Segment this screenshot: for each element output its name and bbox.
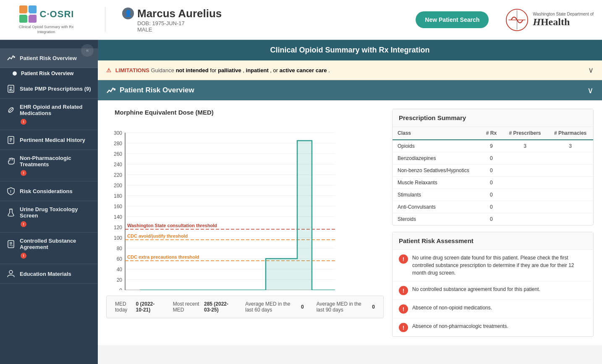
sidebar-sub-patient-risk-overview[interactable]: Patient Risk Overview — [0, 68, 98, 79]
svg-text:CDC avoid/justify threshold: CDC avoid/justify threshold — [127, 233, 188, 238]
most-recent-value: 285 (2022-03-25) — [204, 301, 233, 313]
svg-text:100: 100 — [114, 235, 122, 241]
patient-gender: MALE — [137, 26, 416, 33]
sidebar-item-risk-considerations[interactable]: ! Risk Considerations — [0, 181, 98, 201]
limitations-label: LIMITATIONS — [115, 67, 149, 73]
ps-cell-rx: 9 — [480, 140, 503, 152]
svg-text:140: 140 — [114, 214, 122, 220]
limitations-guidance-text: Guidance — [151, 67, 175, 73]
svg-text:!: ! — [10, 189, 11, 194]
table-row: Non-benzo Sedatives/Hypnotics 0 — [393, 165, 593, 177]
prescription-summary-table: Class # Rx # Prescribers # Pharmacies Op… — [393, 127, 593, 225]
table-row: Muscle Relaxants 0 — [393, 177, 593, 189]
patient-dob-row: DOB: 1975-JUN-17 — [137, 20, 416, 26]
sidebar-label-ehr-opioid: EHR Opioid and Related Medications — [20, 104, 92, 116]
sidebar-label-education-materials: Education Materials — [20, 271, 71, 277]
risk-items-container: ! No urine drug screen date found for th… — [393, 250, 593, 336]
avg-60-label: Average MED in the last 60 days — [245, 301, 298, 313]
risk-item-text: Absence of non-pharmacologic treatments. — [412, 322, 508, 330]
svg-rect-1 — [29, 5, 37, 13]
ps-cell-pharmacies — [547, 152, 593, 165]
risk-item: ! Absence of non-pharmacologic treatment… — [393, 318, 593, 336]
medical-doc-icon — [6, 135, 16, 144]
svg-marker-63 — [266, 141, 312, 290]
sidebar-item-ehr-opioid[interactable]: EHR Opioid and Related Medications ! — [0, 99, 98, 130]
avg-60-value: 0 — [301, 304, 304, 310]
chart-container: Morphine Equivalent Dose (MED) 300 280 2… — [106, 109, 594, 337]
sidebar-item-urine-drug[interactable]: Urine Drug Toxicology Screen ! — [0, 201, 98, 233]
sidebar: « Patient Risk Overview Patient Risk Ove… — [0, 40, 98, 364]
section-title-text: Patient Risk Overview — [120, 86, 194, 94]
limitations-text5: . — [328, 67, 330, 73]
sidebar-label-risk-considerations: Risk Considerations — [20, 188, 73, 194]
avg-90-value: 0 — [372, 304, 375, 310]
ps-cell-class: Steroids — [393, 213, 480, 225]
section-collapse-button[interactable]: ∨ — [587, 85, 594, 95]
wa-dept-label: Washington State Department of — [533, 12, 594, 16]
sidebar-label-controlled-substance: Controlled Substance Agreement — [20, 238, 92, 250]
non-pharm-alert-icon: ! — [21, 170, 26, 176]
table-row: Opioids 9 3 3 — [393, 140, 593, 152]
agreement-doc-icon — [6, 239, 16, 249]
urine-alert-icon: ! — [21, 221, 26, 227]
sidebar-item-non-pharmacologic[interactable]: Non-Pharmacologic Treatments ! — [0, 150, 98, 181]
sidebar-item-education-materials[interactable]: Education Materials — [0, 264, 98, 284]
table-row: Anti-Convulsants 0 — [393, 201, 593, 213]
patient-risk-assessment-title: Patient Risk Assessment — [393, 232, 593, 250]
sidebar-label-state-pmp: State PMP Prescriptions (9) — [20, 86, 91, 92]
sidebar-toggle-button[interactable]: « — [81, 44, 94, 57]
logo-area: C C·OSRI Clinical Opioid Summary with Rx… — [8, 5, 84, 34]
sidebar-label-patient-risk: Patient Risk Overview — [20, 55, 77, 61]
limitations-bold1: not intended — [176, 67, 209, 73]
svg-text:0: 0 — [119, 288, 122, 290]
svg-text:180: 180 — [114, 193, 122, 199]
sidebar-item-controlled-substance[interactable]: Controlled Substance Agreement ! — [0, 233, 98, 264]
content-area: Clinical Opioid Summary with Rx Integrat… — [98, 40, 602, 364]
education-person-icon — [6, 269, 16, 278]
patient-info: 👤 Marcus Aurelius DOB: 1975-JUN-17 MALE — [114, 7, 416, 33]
svg-text:220: 220 — [114, 172, 122, 178]
patient-risk-assessment-panel: Patient Risk Assessment ! No urine drug … — [392, 232, 594, 337]
risk-alert-icon: ! — [399, 254, 408, 264]
content-header-title: Clinical Opioid Summary with Rx Integrat… — [270, 46, 429, 54]
hand-icon — [6, 157, 16, 166]
ps-col-rx: # Rx — [480, 127, 503, 140]
svg-text:CDC extra precautions threshol: CDC extra precautions threshold — [127, 254, 199, 259]
patient-dob: 1975-JUN-17 — [152, 20, 184, 26]
ps-cell-rx: 0 — [480, 165, 503, 177]
svg-text:240: 240 — [114, 162, 122, 168]
cosri-puzzle-icon: C — [18, 5, 37, 24]
limitations-text4: , or — [270, 67, 279, 73]
limitations-icon: ⚠ — [106, 67, 111, 73]
ps-col-class: Class — [393, 127, 480, 140]
most-recent-label: Most recent MED — [173, 301, 202, 313]
logo-subtitle: Clinical Opioid Summary with Rx Integrat… — [13, 25, 80, 34]
avg-60-stat: Average MED in the last 60 days 0 — [245, 301, 304, 313]
patient-name: Marcus Aurelius — [137, 7, 222, 20]
limitations-text2: for — [210, 67, 218, 73]
section-chart-icon — [106, 86, 115, 95]
prescription-summary-title: Prescription Summary — [393, 109, 593, 127]
sidebar-dot-icon — [13, 71, 17, 76]
wa-health-logo: Washington State Department of HHealth — [505, 8, 594, 31]
new-patient-button[interactable]: New Patient Search — [416, 11, 489, 28]
sidebar-item-state-pmp[interactable]: Rx State PMP Prescriptions (9) — [0, 79, 98, 99]
most-recent-med-stat: Most recent MED 285 (2022-03-25) — [173, 301, 233, 313]
ps-cell-pharmacies — [547, 165, 593, 177]
ps-col-pharmacies: # Pharmacies — [547, 127, 593, 140]
table-row: Benzodiazepines 0 — [393, 152, 593, 165]
ps-cell-prescribers — [503, 201, 547, 213]
risk-item: ! No urine drug screen date found for th… — [393, 250, 593, 281]
limitations-collapse-button[interactable]: ∨ — [588, 65, 594, 75]
ps-cell-rx: 0 — [480, 152, 503, 165]
flask-icon — [6, 208, 16, 217]
svg-text:Mar 2021: Mar 2021 — [130, 288, 147, 290]
ps-cell-pharmacies — [547, 189, 593, 201]
med-chart-svg: 300 280 260 240 220 200 180 160 140 120 … — [106, 122, 350, 290]
svg-text:200: 200 — [114, 183, 122, 189]
ps-cell-class: Benzodiazepines — [393, 152, 480, 165]
prescription-summary-panel: Prescription Summary Class # Rx # Prescr… — [392, 109, 594, 225]
ps-cell-rx: 0 — [480, 189, 503, 201]
sidebar-item-pertinent-medical[interactable]: Pertinent Medical History — [0, 130, 98, 150]
patient-dob-label: DOB: — [137, 20, 151, 26]
